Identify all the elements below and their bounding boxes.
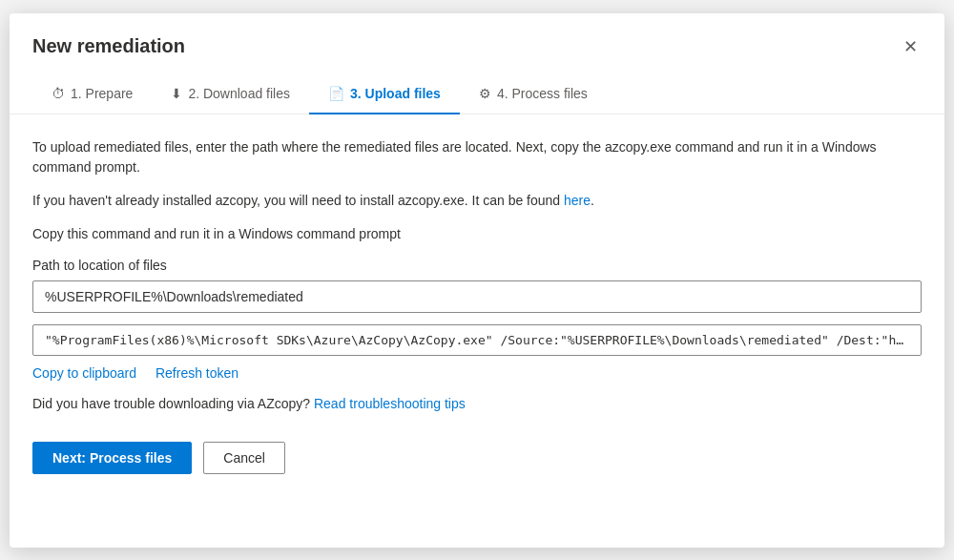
- para2-prefix: If you haven't already installed azcopy,…: [32, 193, 564, 208]
- trouble-text: Did you have trouble downloading via AZc…: [32, 396, 922, 411]
- tab-upload[interactable]: 📄 3. Upload files: [309, 76, 460, 114]
- tab-prepare-label: 1. Prepare: [71, 86, 133, 101]
- troubleshooting-link[interactable]: Read troubleshooting tips: [314, 396, 466, 411]
- download-icon: ⬇: [171, 86, 182, 101]
- dialog-title: New remediation: [32, 35, 185, 57]
- command-input[interactable]: [32, 324, 922, 356]
- close-icon: ✕: [903, 36, 918, 57]
- dialog-header: New remediation ✕: [10, 13, 944, 61]
- cancel-button[interactable]: Cancel: [203, 442, 285, 474]
- new-remediation-dialog: New remediation ✕ ⏱ 1. Prepare ⬇ 2. Down…: [10, 13, 944, 548]
- info-para3: Copy this command and run it in a Window…: [32, 224, 922, 244]
- trouble-prefix: Did you have trouble downloading via AZc…: [32, 396, 314, 411]
- footer-buttons: Next: Process files Cancel: [32, 434, 922, 474]
- tab-upload-label: 3. Upload files: [350, 86, 441, 101]
- tab-download[interactable]: ⬇ 2. Download files: [152, 76, 309, 114]
- tabs-row: ⏱ 1. Prepare ⬇ 2. Download files 📄 3. Up…: [10, 61, 944, 114]
- dialog-body: To upload remediated files, enter the pa…: [10, 114, 944, 493]
- para2-suffix: .: [591, 193, 594, 208]
- next-button[interactable]: Next: Process files: [32, 442, 192, 474]
- close-button[interactable]: ✕: [900, 32, 922, 61]
- prepare-icon: ⏱: [52, 86, 65, 101]
- path-input[interactable]: [32, 280, 922, 313]
- info-para2: If you haven't already installed azcopy,…: [32, 191, 922, 211]
- upload-icon: 📄: [328, 86, 344, 101]
- link-row: Copy to clipboard Refresh token: [32, 365, 922, 381]
- copy-to-clipboard-button[interactable]: Copy to clipboard: [32, 365, 136, 381]
- process-icon: ⚙: [479, 86, 491, 101]
- tab-process[interactable]: ⚙ 4. Process files: [460, 76, 607, 114]
- path-label: Path to location of files: [32, 258, 922, 273]
- refresh-token-button[interactable]: Refresh token: [156, 365, 238, 381]
- info-para1: To upload remediated files, enter the pa…: [32, 137, 922, 177]
- tab-download-label: 2. Download files: [188, 86, 290, 101]
- tab-prepare[interactable]: ⏱ 1. Prepare: [32, 76, 152, 114]
- tab-process-label: 4. Process files: [497, 86, 588, 101]
- azcopy-link[interactable]: here: [564, 193, 591, 208]
